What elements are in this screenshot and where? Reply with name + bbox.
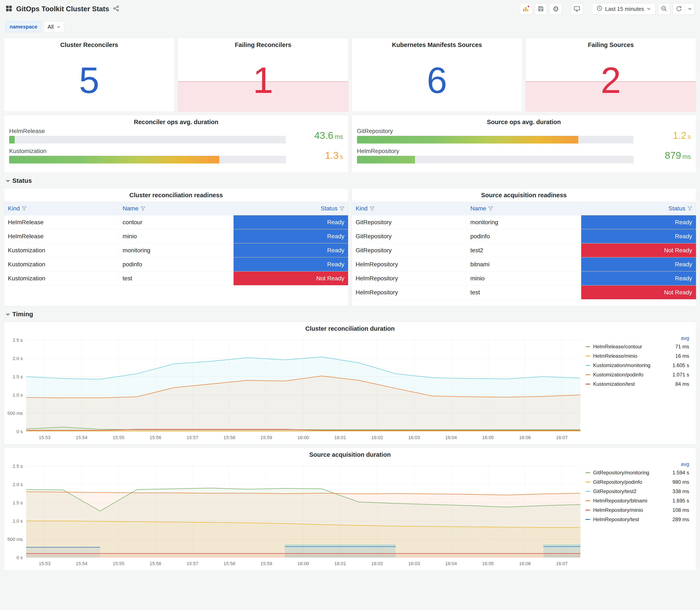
chevron-down-icon <box>5 312 10 317</box>
time-series-plot[interactable]: 0 s500 ms1.0 s1.5 s2.0 s2.5 s15:5315:541… <box>4 459 584 568</box>
status-badge: Ready <box>581 215 696 229</box>
table-row: KustomizationpodinfoReady <box>4 257 348 271</box>
stat-value: 2 <box>526 48 696 112</box>
refresh-icon <box>676 5 682 13</box>
variable-namespace-label[interactable]: namespace <box>5 21 42 32</box>
series-color-swatch <box>585 365 590 366</box>
stat-value: 5 <box>4 48 174 112</box>
table-cell: HelmRepository <box>352 271 467 285</box>
column-header-name[interactable]: Name <box>119 202 233 215</box>
status-badge: Ready <box>581 229 696 243</box>
gauge-value: 879ms <box>665 150 691 161</box>
svg-text:16:02: 16:02 <box>371 435 383 440</box>
status-badge: Ready <box>233 215 348 229</box>
panel-kubernetes-manifests-sources: Kubernetes Manifests Sources 6 <box>352 38 522 112</box>
legend-item[interactable]: GitRepository/podinfo980 ms <box>585 477 689 487</box>
panel-title: Cluster reconciliation duration <box>4 322 696 332</box>
status-badge: Ready <box>581 257 696 271</box>
panel-title: Source acquisition duration <box>4 448 696 458</box>
share-icon[interactable] <box>113 5 119 13</box>
add-panel-button[interactable] <box>520 3 532 15</box>
svg-text:15:54: 15:54 <box>76 435 87 440</box>
legend-item[interactable]: HelmRepository/bitnami1.695 s <box>585 496 689 505</box>
status-badge: Not Ready <box>581 243 696 257</box>
series-avg-value: 338 ms <box>672 488 689 494</box>
legend-item[interactable]: Kustomization/monitoring1.605 s <box>585 361 689 370</box>
table-cell: Kustomization <box>4 257 119 271</box>
legend-item[interactable]: HelmRepository/minio108 ms <box>585 505 689 515</box>
legend-item[interactable]: Kustomization/test84 ms <box>585 380 689 389</box>
clock-icon <box>597 5 602 13</box>
zoom-out-icon <box>661 5 667 13</box>
gauge-label: HelmRepository <box>357 148 634 156</box>
table-cell: test <box>467 286 581 299</box>
series-avg-value: 71 ms <box>675 344 689 350</box>
series-avg-value: 1.594 s <box>672 470 689 476</box>
series-color-swatch <box>585 374 590 375</box>
column-header-name[interactable]: Name <box>467 202 581 215</box>
filter-icon[interactable] <box>340 206 344 211</box>
series-avg-value: 108 ms <box>672 507 689 513</box>
table-cell: contour <box>119 215 233 229</box>
series-name: HelmRepository/minio <box>593 507 672 513</box>
panel-title: Reconciler ops avg. duration <box>4 115 348 126</box>
svg-text:16:01: 16:01 <box>334 561 346 566</box>
filter-icon[interactable] <box>370 206 374 211</box>
legend-item[interactable]: HelmRelease/contour71 ms <box>585 342 689 351</box>
legend-item[interactable]: GitRepository/monitoring1.594 s <box>585 468 689 477</box>
series-name: GitRepository/monitoring <box>593 470 672 476</box>
time-series-plot[interactable]: 0 s500 ms1.0 s1.5 s2.0 s2.5 s15:5315:541… <box>4 333 584 443</box>
legend-item[interactable]: GitRepository/test2338 ms <box>585 487 689 496</box>
legend-avg-header[interactable]: avg <box>681 335 689 341</box>
series-color-swatch <box>585 346 590 347</box>
cycle-view-button[interactable] <box>571 3 583 15</box>
bar-gauge <box>9 156 286 163</box>
series-avg-value: 1.605 s <box>672 363 689 368</box>
column-header-status[interactable]: Status <box>581 202 696 215</box>
filter-icon[interactable] <box>141 206 145 211</box>
svg-text:15:54: 15:54 <box>76 561 87 566</box>
panel-cluster-reconciliation-duration: Cluster reconciliation duration 0 s500 m… <box>4 322 696 445</box>
refresh-interval-button[interactable] <box>685 3 695 15</box>
svg-text:15:57: 15:57 <box>186 435 198 440</box>
legend-item[interactable]: HelmRelease/minio16 ms <box>585 351 689 361</box>
series-avg-value: 1.695 s <box>672 498 689 504</box>
bar-gauge-row: HelmRelease 43.6ms <box>9 127 343 143</box>
section-title: Status <box>12 177 32 184</box>
variable-namespace-select[interactable]: All <box>44 21 64 32</box>
column-header-status[interactable]: Status <box>233 202 348 215</box>
stat-value: 6 <box>352 48 522 112</box>
refresh-button[interactable] <box>673 3 685 15</box>
panel-source-acquisition-readiness: Source acquisition readiness KindNameSta… <box>352 188 696 306</box>
filter-icon[interactable] <box>488 206 493 211</box>
svg-text:1.0 s: 1.0 s <box>13 392 23 398</box>
svg-text:16:07: 16:07 <box>556 561 568 566</box>
column-header-kind[interactable]: Kind <box>352 202 467 215</box>
panel-source-acquisition-duration: Source acquisition duration 0 s500 ms1.0… <box>4 448 696 571</box>
legend-item[interactable]: Kustomization/podinfo1.071 s <box>585 370 689 380</box>
chevron-down-icon <box>688 6 692 12</box>
filter-icon[interactable] <box>22 206 27 211</box>
table-cell: bitnami <box>467 257 581 271</box>
table-row: HelmReleasecontourReady <box>4 215 348 229</box>
save-dashboard-button[interactable] <box>535 3 547 15</box>
svg-text:15:53: 15:53 <box>39 561 50 566</box>
series-name: Kustomization/test <box>593 381 675 387</box>
filter-icon[interactable] <box>687 206 692 211</box>
panel-cluster-reconcilers: Cluster Reconcilers 5 <box>4 38 175 112</box>
row-timing[interactable]: Timing <box>5 310 695 318</box>
column-header-kind[interactable]: Kind <box>4 202 119 215</box>
table-cell: GitRepository <box>352 215 467 229</box>
dashboard-settings-button[interactable]: ⚙ <box>550 3 562 15</box>
series-color-swatch <box>585 356 590 356</box>
apps-grid-icon <box>5 5 12 13</box>
panel-title: Source acquisition readiness <box>352 188 696 199</box>
row-status[interactable]: Status <box>5 177 695 184</box>
legend-item[interactable]: HelmRepository/test289 ms <box>585 515 689 524</box>
series-name: HelmRepository/bitnami <box>593 498 672 504</box>
svg-text:15:58: 15:58 <box>224 561 235 566</box>
svg-text:500 ms: 500 ms <box>7 537 23 542</box>
zoom-out-button[interactable] <box>658 3 670 15</box>
time-range-picker[interactable]: Last 15 minutes <box>592 3 655 15</box>
legend-avg-header[interactable]: avg <box>681 461 689 467</box>
